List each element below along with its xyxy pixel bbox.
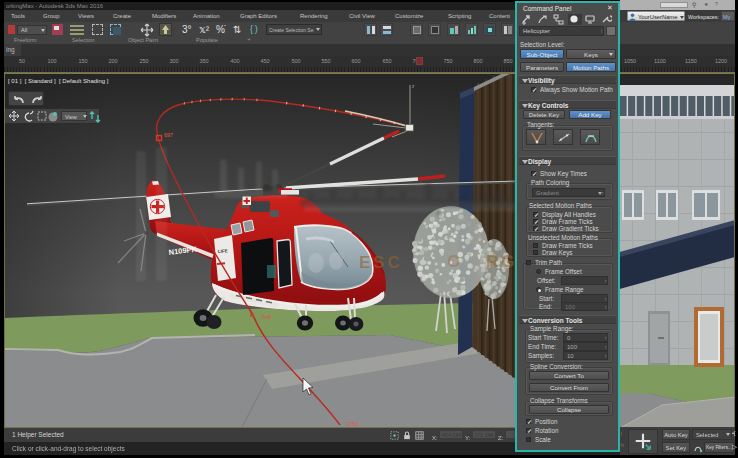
svg-text:ESC: ESC	[359, 253, 403, 272]
svg-text:RG: RG	[486, 252, 518, 271]
svg-text:LIFE: LIFE	[218, 248, 228, 254]
svg-text:697: 697	[164, 132, 173, 138]
svg-text:848: 848	[262, 314, 271, 320]
svg-text:O: O	[447, 252, 474, 271]
svg-text:1750: 1750	[346, 421, 358, 427]
